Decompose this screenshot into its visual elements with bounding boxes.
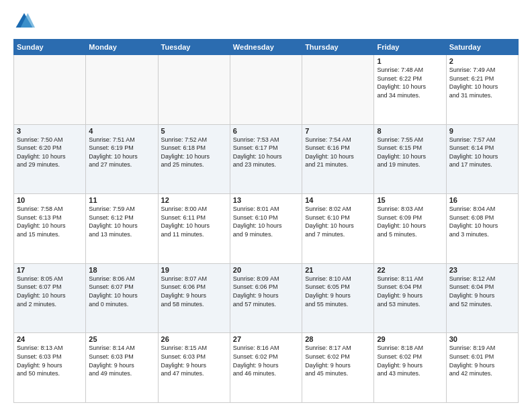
calendar-cell: 1Sunrise: 7:48 AM Sunset: 6:22 PM Daylig… <box>374 55 446 125</box>
day-number: 26 <box>161 335 227 343</box>
day-number: 27 <box>233 335 299 343</box>
calendar-cell: 26Sunrise: 8:15 AM Sunset: 6:03 PM Dayli… <box>158 333 230 403</box>
calendar-cell: 9Sunrise: 7:57 AM Sunset: 6:14 PM Daylig… <box>446 124 518 194</box>
calendar-cell <box>158 55 230 125</box>
day-number: 13 <box>233 196 299 204</box>
calendar-cell: 2Sunrise: 7:49 AM Sunset: 6:21 PM Daylig… <box>446 55 518 125</box>
day-info: Sunrise: 8:11 AM Sunset: 6:04 PM Dayligh… <box>377 275 443 308</box>
day-info: Sunrise: 7:48 AM Sunset: 6:22 PM Dayligh… <box>377 66 443 99</box>
day-number: 29 <box>377 335 443 343</box>
calendar-table: SundayMondayTuesdayWednesdayThursdayFrid… <box>13 39 519 403</box>
day-info: Sunrise: 8:15 AM Sunset: 6:03 PM Dayligh… <box>161 344 227 377</box>
calendar-cell: 21Sunrise: 8:10 AM Sunset: 6:05 PM Dayli… <box>302 263 374 333</box>
logo-icon <box>13 11 35 32</box>
day-number: 5 <box>161 127 227 135</box>
day-number: 15 <box>377 196 443 204</box>
day-number: 11 <box>89 196 154 204</box>
calendar-cell: 14Sunrise: 8:02 AM Sunset: 6:10 PM Dayli… <box>302 194 374 264</box>
day-info: Sunrise: 8:10 AM Sunset: 6:05 PM Dayligh… <box>305 275 371 308</box>
day-number: 3 <box>17 127 83 135</box>
calendar-cell: 8Sunrise: 7:55 AM Sunset: 6:15 PM Daylig… <box>374 124 446 194</box>
calendar-cell <box>302 55 374 125</box>
day-info: Sunrise: 8:19 AM Sunset: 6:01 PM Dayligh… <box>449 344 515 377</box>
calendar-cell: 18Sunrise: 8:06 AM Sunset: 6:07 PM Dayli… <box>86 263 158 333</box>
calendar-cell: 24Sunrise: 8:13 AM Sunset: 6:03 PM Dayli… <box>14 333 86 403</box>
calendar-cell: 19Sunrise: 8:07 AM Sunset: 6:06 PM Dayli… <box>158 263 230 333</box>
day-number: 30 <box>449 335 515 343</box>
calendar-cell: 28Sunrise: 8:17 AM Sunset: 6:02 PM Dayli… <box>302 333 374 403</box>
day-info: Sunrise: 7:49 AM Sunset: 6:21 PM Dayligh… <box>449 66 515 99</box>
calendar-cell: 15Sunrise: 8:03 AM Sunset: 6:09 PM Dayli… <box>374 194 446 264</box>
header <box>13 11 519 32</box>
calendar-cell: 25Sunrise: 8:14 AM Sunset: 6:03 PM Dayli… <box>86 333 158 403</box>
calendar-week-5: 24Sunrise: 8:13 AM Sunset: 6:03 PM Dayli… <box>14 333 519 403</box>
day-number: 14 <box>305 196 371 204</box>
day-number: 4 <box>89 127 154 135</box>
day-number: 12 <box>161 196 227 204</box>
day-info: Sunrise: 8:04 AM Sunset: 6:08 PM Dayligh… <box>449 205 515 238</box>
day-info: Sunrise: 7:53 AM Sunset: 6:17 PM Dayligh… <box>233 136 299 169</box>
weekday-header-saturday: Saturday <box>446 40 518 55</box>
day-info: Sunrise: 8:14 AM Sunset: 6:03 PM Dayligh… <box>89 344 154 377</box>
day-number: 2 <box>449 57 515 65</box>
calendar-cell: 3Sunrise: 7:50 AM Sunset: 6:20 PM Daylig… <box>14 124 86 194</box>
calendar-cell: 5Sunrise: 7:52 AM Sunset: 6:18 PM Daylig… <box>158 124 230 194</box>
day-info: Sunrise: 8:16 AM Sunset: 6:02 PM Dayligh… <box>233 344 299 377</box>
calendar-cell: 23Sunrise: 8:12 AM Sunset: 6:04 PM Dayli… <box>446 263 518 333</box>
calendar-cell: 4Sunrise: 7:51 AM Sunset: 6:19 PM Daylig… <box>86 124 158 194</box>
calendar-week-3: 10Sunrise: 7:58 AM Sunset: 6:13 PM Dayli… <box>14 194 519 264</box>
calendar-cell: 29Sunrise: 8:18 AM Sunset: 6:02 PM Dayli… <box>374 333 446 403</box>
calendar-cell: 10Sunrise: 7:58 AM Sunset: 6:13 PM Dayli… <box>14 194 86 264</box>
calendar-cell <box>230 55 302 125</box>
calendar-week-1: 1Sunrise: 7:48 AM Sunset: 6:22 PM Daylig… <box>14 55 519 125</box>
weekday-header-tuesday: Tuesday <box>158 40 230 55</box>
day-number: 22 <box>377 266 443 274</box>
day-number: 9 <box>449 127 515 135</box>
calendar-cell: 6Sunrise: 7:53 AM Sunset: 6:17 PM Daylig… <box>230 124 302 194</box>
day-number: 6 <box>233 127 299 135</box>
day-info: Sunrise: 7:57 AM Sunset: 6:14 PM Dayligh… <box>449 136 515 169</box>
day-info: Sunrise: 8:05 AM Sunset: 6:07 PM Dayligh… <box>17 275 83 308</box>
calendar-cell: 16Sunrise: 8:04 AM Sunset: 6:08 PM Dayli… <box>446 194 518 264</box>
calendar-cell: 12Sunrise: 8:00 AM Sunset: 6:11 PM Dayli… <box>158 194 230 264</box>
calendar-week-2: 3Sunrise: 7:50 AM Sunset: 6:20 PM Daylig… <box>14 124 519 194</box>
calendar-header-row: SundayMondayTuesdayWednesdayThursdayFrid… <box>14 40 519 55</box>
calendar-cell: 30Sunrise: 8:19 AM Sunset: 6:01 PM Dayli… <box>446 333 518 403</box>
day-number: 24 <box>17 335 83 343</box>
calendar-cell: 20Sunrise: 8:09 AM Sunset: 6:06 PM Dayli… <box>230 263 302 333</box>
day-info: Sunrise: 8:07 AM Sunset: 6:06 PM Dayligh… <box>161 275 227 308</box>
day-number: 17 <box>17 266 83 274</box>
day-info: Sunrise: 8:03 AM Sunset: 6:09 PM Dayligh… <box>377 205 443 238</box>
weekday-header-friday: Friday <box>374 40 446 55</box>
day-info: Sunrise: 7:51 AM Sunset: 6:19 PM Dayligh… <box>89 136 154 169</box>
weekday-header-wednesday: Wednesday <box>230 40 302 55</box>
day-info: Sunrise: 8:01 AM Sunset: 6:10 PM Dayligh… <box>233 205 299 238</box>
day-number: 20 <box>233 266 299 274</box>
calendar-cell: 7Sunrise: 7:54 AM Sunset: 6:16 PM Daylig… <box>302 124 374 194</box>
weekday-header-monday: Monday <box>86 40 158 55</box>
page: SundayMondayTuesdayWednesdayThursdayFrid… <box>0 0 532 411</box>
day-info: Sunrise: 8:00 AM Sunset: 6:11 PM Dayligh… <box>161 205 227 238</box>
day-info: Sunrise: 8:06 AM Sunset: 6:07 PM Dayligh… <box>89 275 154 308</box>
calendar-cell <box>86 55 158 125</box>
day-info: Sunrise: 7:58 AM Sunset: 6:13 PM Dayligh… <box>17 205 83 238</box>
day-number: 19 <box>161 266 227 274</box>
day-info: Sunrise: 8:13 AM Sunset: 6:03 PM Dayligh… <box>17 344 83 377</box>
day-info: Sunrise: 8:12 AM Sunset: 6:04 PM Dayligh… <box>449 275 515 308</box>
day-number: 8 <box>377 127 443 135</box>
day-info: Sunrise: 7:50 AM Sunset: 6:20 PM Dayligh… <box>17 136 83 169</box>
calendar-cell: 17Sunrise: 8:05 AM Sunset: 6:07 PM Dayli… <box>14 263 86 333</box>
day-info: Sunrise: 7:52 AM Sunset: 6:18 PM Dayligh… <box>161 136 227 169</box>
logo <box>13 11 38 32</box>
day-number: 7 <box>305 127 371 135</box>
day-info: Sunrise: 7:59 AM Sunset: 6:12 PM Dayligh… <box>89 205 154 238</box>
day-number: 21 <box>305 266 371 274</box>
calendar-cell: 27Sunrise: 8:16 AM Sunset: 6:02 PM Dayli… <box>230 333 302 403</box>
day-number: 10 <box>17 196 83 204</box>
calendar-cell: 22Sunrise: 8:11 AM Sunset: 6:04 PM Dayli… <box>374 263 446 333</box>
calendar-week-4: 17Sunrise: 8:05 AM Sunset: 6:07 PM Dayli… <box>14 263 519 333</box>
calendar-cell: 11Sunrise: 7:59 AM Sunset: 6:12 PM Dayli… <box>86 194 158 264</box>
day-info: Sunrise: 8:09 AM Sunset: 6:06 PM Dayligh… <box>233 275 299 308</box>
day-info: Sunrise: 7:54 AM Sunset: 6:16 PM Dayligh… <box>305 136 371 169</box>
calendar-cell <box>14 55 86 125</box>
